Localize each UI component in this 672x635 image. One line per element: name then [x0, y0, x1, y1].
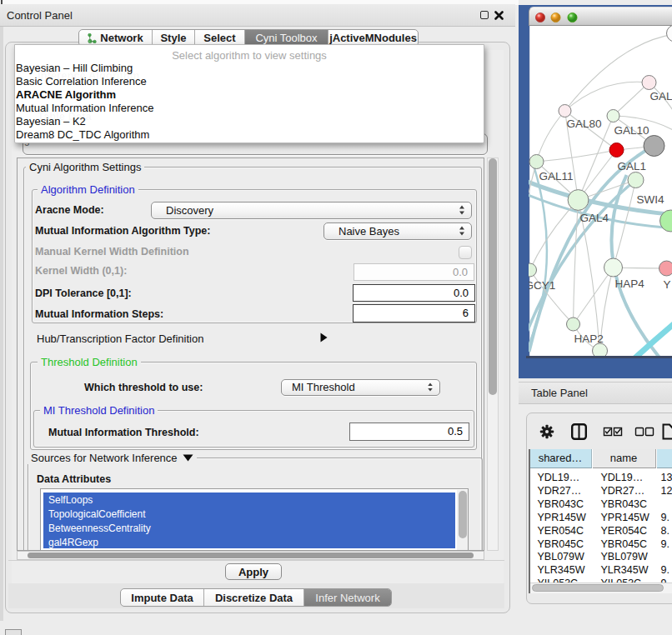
svg-text:HAP2: HAP2 — [574, 332, 603, 345]
svg-text:GAL80: GAL80 — [566, 118, 601, 130]
svg-text:SWI4: SWI4 — [636, 193, 664, 206]
svg-text:GAL10: GAL10 — [614, 124, 649, 137]
svg-text:GCY1: GCY1 — [529, 279, 555, 292]
svg-text:Y: Y — [663, 278, 670, 291]
svg-text:GAL11: GAL11 — [539, 170, 573, 182]
svg-text:GAL4: GAL4 — [579, 212, 609, 224]
svg-text:GAL1: GAL1 — [617, 160, 646, 172]
svg-text:GAL7: GAL7 — [649, 90, 672, 102]
svg-text:HAP4: HAP4 — [614, 278, 644, 290]
